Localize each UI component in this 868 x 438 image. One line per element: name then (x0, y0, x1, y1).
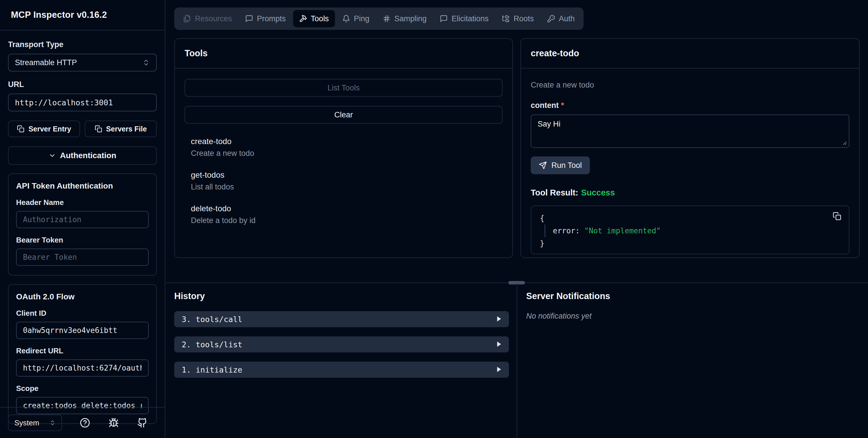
tools-panel-body: List Tools Clear create-todo Create a ne… (175, 69, 513, 248)
resize-handle-icon[interactable] (841, 140, 847, 146)
message-square-icon (440, 14, 448, 23)
oauth-card: OAuth 2.0 Flow Client ID Redirect URL Sc… (8, 284, 157, 424)
help-button[interactable] (80, 418, 90, 428)
theme-select[interactable]: System (8, 414, 62, 431)
tool-list-item[interactable]: create-todo Create a new todo (191, 137, 503, 158)
notifications-empty-text: No notifications yet (526, 312, 610, 321)
chevrons-up-down-icon (50, 419, 56, 426)
bearer-token-input[interactable] (16, 249, 149, 266)
redirect-url-label: Redirect URL (16, 346, 149, 355)
tab-label: Tools (311, 14, 329, 23)
bug-button[interactable] (108, 418, 119, 428)
tab-sampling[interactable]: Sampling (377, 10, 433, 27)
copy-icon (17, 125, 24, 133)
selected-tool-panel: create-todo Create a new todo content* S… (520, 38, 860, 258)
tools-panel: Tools List Tools Clear create-todo Creat… (174, 38, 513, 258)
sidebar-header: MCP Inspector v0.16.2 (0, 0, 165, 30)
key-icon (547, 14, 555, 23)
history-panel: History 3. tools/call 2. tools/list 1. i… (174, 291, 509, 378)
servers-file-button[interactable]: Servers File (85, 121, 157, 137)
hammer-icon (299, 14, 307, 23)
history-title: History (174, 291, 509, 301)
history-item[interactable]: 3. tools/call (174, 311, 509, 327)
list-tools-button: List Tools (185, 79, 503, 97)
expand-arrow-icon (496, 340, 501, 349)
selected-tool-title: create-todo (531, 48, 579, 59)
header-name-input[interactable] (16, 211, 149, 228)
tab-roots[interactable]: Roots (496, 10, 540, 27)
tool-name: get-todos (191, 170, 503, 180)
servers-file-label: Servers File (106, 125, 147, 133)
tab-label: Prompts (257, 14, 286, 23)
url-input[interactable] (8, 94, 157, 112)
github-icon (137, 418, 148, 428)
tool-result-status: Success (581, 188, 615, 197)
tab-resources: Resources (177, 10, 238, 27)
redirect-url-input[interactable] (16, 359, 149, 377)
history-item[interactable]: 1. initialize (174, 362, 509, 378)
scope-label: Scope (16, 384, 149, 393)
tool-description: Create a new todo (191, 149, 503, 158)
run-tool-button[interactable]: Run Tool (531, 156, 590, 174)
json-close-brace: } (540, 237, 840, 250)
clear-button[interactable]: Clear (185, 106, 503, 124)
footer-icons (80, 418, 148, 428)
theme-select-value: System (14, 418, 39, 427)
content-textarea-wrap: Say Hi (531, 115, 849, 148)
tab-auth[interactable]: Auth (541, 10, 581, 27)
sidebar-footer: System (0, 407, 165, 438)
json-line: error: "Not implemented" (545, 224, 840, 237)
tools-panel-title: Tools (185, 48, 208, 59)
result-json-box: { error: "Not implemented" } (531, 206, 849, 254)
chevron-down-icon (49, 152, 56, 159)
github-button[interactable] (137, 418, 148, 428)
tab-bar: Resources Prompts Tools Ping Sampling (174, 7, 584, 30)
run-tool-label: Run Tool (551, 161, 582, 170)
mcp-inspector-app: MCP Inspector v0.16.2 Transport Type Str… (0, 0, 868, 438)
bearer-token-label: Bearer Token (16, 236, 149, 245)
selected-tool-description: Create a new todo (531, 81, 849, 90)
tab-ping[interactable]: Ping (336, 10, 375, 27)
history-item[interactable]: 2. tools/list (174, 336, 509, 352)
tool-result-label: Tool Result: (531, 188, 578, 197)
transport-type-label: Transport Type (8, 40, 157, 49)
header-name-label: Header Name (16, 198, 149, 207)
tool-list-item[interactable]: get-todos List all todos (191, 170, 503, 191)
send-icon (539, 161, 547, 169)
authentication-toggle[interactable]: Authentication (8, 146, 157, 165)
url-label: URL (8, 80, 157, 89)
transport-select[interactable]: Streamable HTTP (8, 54, 157, 71)
tab-label: Ping (354, 14, 369, 23)
tool-list-item[interactable]: delete-todo Delete a todo by id (191, 204, 503, 225)
folder-tree-icon (502, 14, 510, 23)
server-buttons-row: Server Entry Servers File (8, 121, 157, 137)
tab-elicitations[interactable]: Elicitations (434, 10, 495, 27)
content-field-label: content* (531, 101, 849, 110)
expand-arrow-icon (496, 365, 501, 374)
api-token-card: API Token Authentication Header Name Bea… (8, 174, 157, 276)
history-item-label: 2. tools/list (182, 340, 242, 349)
json-string-value: "Not implemented" (584, 226, 661, 235)
history-item-label: 3. tools/call (182, 315, 242, 324)
server-entry-button[interactable]: Server Entry (8, 121, 80, 137)
client-id-input[interactable] (16, 322, 149, 339)
tab-label: Resources (195, 14, 232, 23)
tab-tools[interactable]: Tools (293, 10, 335, 27)
tool-name: create-todo (191, 137, 503, 146)
history-list: 3. tools/call 2. tools/list 1. initializ… (174, 311, 509, 378)
tool-description: List all todos (191, 183, 503, 191)
files-icon (183, 14, 191, 23)
sidebar-body: Transport Type Streamable HTTP URL Serve… (0, 30, 165, 424)
notifications-panel: Server Notifications No notifications ye… (526, 291, 610, 321)
selected-tool-body: Create a new todo content* Say Hi Run To… (521, 69, 859, 264)
tool-list: create-todo Create a new todo get-todos … (185, 137, 503, 225)
expand-arrow-icon (496, 315, 501, 324)
tab-prompts[interactable]: Prompts (239, 10, 292, 27)
copy-result-button[interactable] (833, 212, 841, 220)
content-textarea[interactable]: Say Hi (531, 115, 849, 148)
circle-help-icon (80, 418, 90, 428)
notifications-title: Server Notifications (526, 291, 610, 301)
history-item-label: 1. initialize (182, 365, 242, 374)
copy-icon (95, 125, 102, 133)
selected-tool-header: create-todo (521, 39, 859, 69)
